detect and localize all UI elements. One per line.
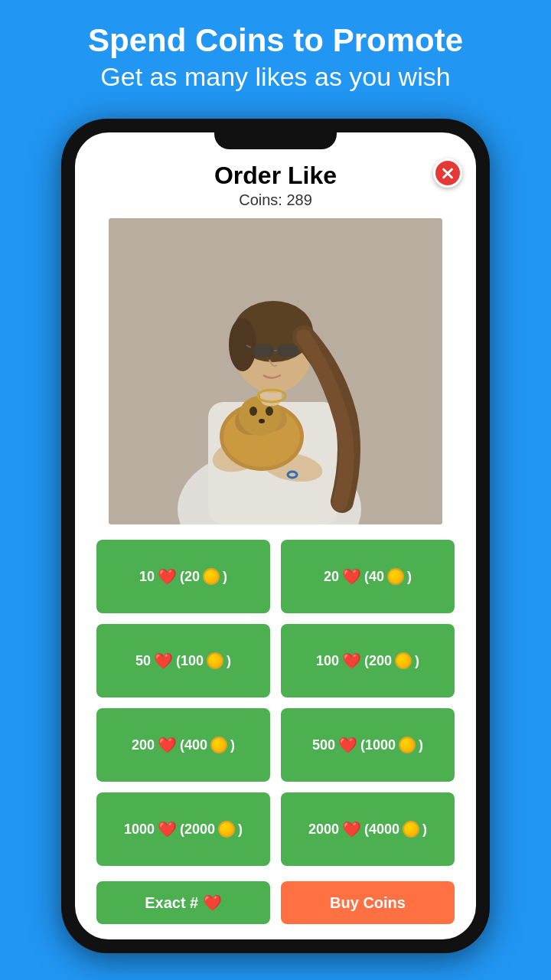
svg-rect-24 bbox=[109, 218, 442, 524]
modal-header: Order Like Coins: 289 bbox=[75, 155, 476, 212]
close-button[interactable] bbox=[433, 158, 462, 188]
photo-illustration bbox=[109, 218, 442, 524]
bottom-buttons: Exact # ❤️ Buy Coins bbox=[75, 875, 476, 939]
phone-screen: Order Like Coins: 289 bbox=[75, 132, 476, 939]
option-100-likes[interactable]: 100 ❤️ (200 ) bbox=[281, 624, 455, 697]
header-line2: Get as many likes as you wish bbox=[15, 60, 536, 93]
header-line1: Spend Coins to Promote bbox=[15, 21, 536, 60]
promo-header: Spend Coins to Promote Get as many likes… bbox=[0, 0, 551, 109]
option-200-likes[interactable]: 200 ❤️ (400 ) bbox=[96, 708, 270, 782]
option-10-likes[interactable]: 10 ❤️ (20 ) bbox=[96, 540, 270, 613]
option-1000-likes[interactable]: 1000 ❤️ (2000 ) bbox=[96, 792, 270, 866]
option-20-likes[interactable]: 20 ❤️ (40 ) bbox=[281, 540, 455, 613]
modal-title: Order Like bbox=[214, 162, 337, 190]
option-50-likes[interactable]: 50 ❤️ (100 ) bbox=[96, 624, 270, 697]
buy-coins-button[interactable]: Buy Coins bbox=[281, 881, 455, 924]
options-grid: 10 ❤️ (20 ) 20 ❤️ (40 ) 50 ❤️ (100 ) 100… bbox=[75, 531, 476, 875]
exact-button[interactable]: Exact # ❤️ bbox=[96, 881, 270, 924]
phone-notch bbox=[214, 132, 337, 149]
photo-area bbox=[109, 218, 442, 524]
coins-display: Coins: 289 bbox=[239, 191, 312, 209]
option-2000-likes[interactable]: 2000 ❤️ (4000 ) bbox=[281, 792, 455, 866]
option-500-likes[interactable]: 500 ❤️ (1000 ) bbox=[281, 708, 455, 782]
phone-frame: Order Like Coins: 289 bbox=[61, 119, 490, 953]
